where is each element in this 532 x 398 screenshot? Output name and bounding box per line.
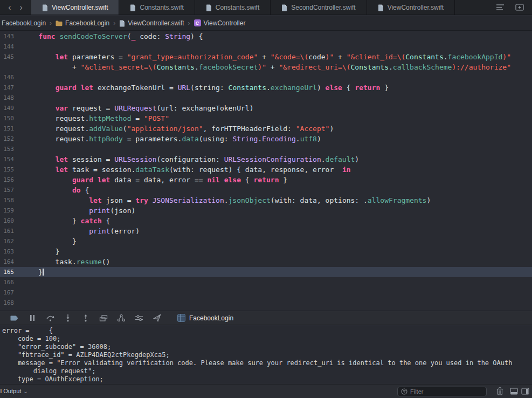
code-line-148[interactable]: 148: [0, 93, 532, 103]
add-editor-icon[interactable]: [515, 3, 524, 12]
code-line-155[interactable]: 155 let task = session.dataTask(with: re…: [0, 164, 532, 175]
process-jump-bar[interactable]: FacebookLogin: [177, 314, 233, 322]
breadcrumb-item-viewcontroller-swift[interactable]: ViewController.swift: [119, 19, 184, 27]
line-number: [0, 62, 17, 72]
process-name: FacebookLogin: [189, 314, 233, 322]
breadcrumb-item-facebooklogin[interactable]: FacebookLogin: [2, 19, 46, 27]
console-line: dialog request";: [2, 367, 532, 375]
editor-options-icon[interactable]: [495, 3, 505, 12]
toggle-console-view-icon[interactable]: [521, 388, 529, 395]
code-line-157[interactable]: 157 do {: [0, 185, 532, 195]
tab-strip: ViewController.swiftConstants.swiftConst…: [31, 0, 488, 15]
filter-input[interactable]: [410, 388, 483, 395]
code-line-149[interactable]: 149 var request = URLRequest(url: exchan…: [0, 103, 532, 113]
swift-file-icon: [119, 20, 125, 27]
code-text: guard let data = data, error == nil else…: [17, 175, 287, 185]
line-number: 151: [0, 123, 17, 134]
line-number: 162: [0, 236, 17, 246]
code-line-153[interactable]: 153: [0, 144, 532, 154]
code-text: [17, 93, 22, 103]
step-into-icon[interactable]: [63, 313, 73, 323]
code-area: 143 func sendCodeToServer(_ code: String…: [0, 31, 532, 308]
console-panel[interactable]: error = { code = 100; "error_subcode" = …: [0, 326, 532, 384]
line-number: 146: [0, 72, 17, 83]
code-line-158[interactable]: 158 let json = try JSONSerialization.jso…: [0, 195, 532, 205]
console-bottom-bar: All Output ⌄: [0, 384, 532, 398]
code-text: var request = URLRequest(url: exchangeTo…: [17, 103, 254, 113]
code-text: request.addValue("application/json", for…: [17, 123, 334, 134]
code-line-168[interactable]: 168: [0, 298, 532, 308]
swift-file-icon: [281, 4, 287, 11]
line-number: 168: [0, 298, 17, 308]
line-number: 150: [0, 113, 17, 123]
toggle-variables-view-icon[interactable]: [510, 388, 518, 395]
step-out-icon[interactable]: [81, 313, 91, 323]
simulate-location-icon[interactable]: [152, 313, 162, 323]
back-icon[interactable]: ‹: [8, 3, 11, 12]
step-over-icon[interactable]: [45, 313, 55, 323]
tab-3-constants-swift[interactable]: Constants.swift: [195, 0, 271, 15]
output-scope-selector[interactable]: All Output ⌄: [0, 388, 28, 394]
code-text: }: [17, 236, 77, 246]
debug-view-hierarchy-icon[interactable]: [99, 313, 108, 323]
chevron-down-icon: ⌄: [23, 388, 27, 394]
code-line-152[interactable]: 152 request.httpBody = parameters.data(u…: [0, 134, 532, 144]
debug-memory-graph-icon[interactable]: [116, 313, 126, 323]
console-line: "error_subcode" = 36008;: [2, 343, 532, 351]
console-line: message = "Error validating verification…: [2, 359, 532, 367]
code-line-145[interactable]: 145 let parameters = "grant_type=authori…: [0, 52, 532, 62]
code-line-144[interactable]: 144: [0, 42, 532, 52]
code-line-154[interactable]: 154 let session = URLSession(configurati…: [0, 154, 532, 164]
console-line: error = {: [2, 327, 532, 335]
tab-5-viewcontroller-swift[interactable]: ViewController.swift: [367, 0, 455, 15]
clear-console-icon[interactable]: [496, 387, 503, 395]
breadcrumb-item-facebooklogin[interactable]: FacebookLogin: [56, 19, 109, 27]
code-line-162[interactable]: 162 }: [0, 236, 532, 246]
code-text: [17, 42, 22, 52]
code-line-165[interactable]: 165 }: [0, 267, 532, 277]
code-line-150[interactable]: 150 request.httpMethod = "POST": [0, 113, 532, 123]
line-number: 167: [0, 287, 17, 298]
text-cursor: [43, 269, 44, 276]
pause-execution-icon[interactable]: [27, 313, 37, 323]
breadcrumb: FacebookLogin›FacebookLogin›ViewControll…: [0, 16, 532, 31]
breadcrumb-label: ViewController: [204, 19, 246, 27]
breakpoints-toggle-icon[interactable]: [10, 313, 19, 323]
code-line-163[interactable]: 163 }: [0, 246, 532, 257]
breadcrumb-items: FacebookLogin›FacebookLogin›ViewControll…: [2, 19, 245, 27]
code-line-151[interactable]: 151 request.addValue("application/json",…: [0, 123, 532, 134]
line-number: 149: [0, 103, 17, 113]
code-line-143[interactable]: 143 func sendCodeToServer(_ code: String…: [0, 31, 532, 42]
code-line-156[interactable]: 156 guard let data = data, error == nil …: [0, 175, 532, 185]
line-number: 160: [0, 216, 17, 226]
tab-1-viewcontroller-swift[interactable]: ViewController.swift: [31, 0, 119, 15]
history-nav: ‹ ›: [0, 0, 31, 15]
tab-label: Constants.swift: [140, 4, 183, 11]
code-text: [17, 298, 22, 308]
breadcrumb-item-viewcontroller[interactable]: CViewController: [194, 19, 246, 27]
code-line-164[interactable]: 164 task.resume(): [0, 257, 532, 267]
code-line-166[interactable]: 166: [0, 277, 532, 287]
code-line-161[interactable]: 161 print(error): [0, 226, 532, 236]
code-line-160[interactable]: 160 } catch {: [0, 216, 532, 226]
code-line-146[interactable]: 146: [0, 72, 532, 83]
tab-4-secondcontroller-swift[interactable]: SecondController.swift: [271, 0, 367, 15]
forward-icon[interactable]: ›: [20, 3, 23, 12]
code-editor[interactable]: 143 func sendCodeToServer(_ code: String…: [0, 31, 532, 311]
console-filter[interactable]: [397, 387, 487, 396]
code-text: }: [17, 267, 44, 277]
console-line: "fbtrace_id" = AZLP4DAEQ2ctPkegdepXca5;: [2, 351, 532, 359]
breadcrumb-separator-icon: ›: [188, 19, 190, 27]
code-text: print(error): [17, 226, 140, 236]
code-text: }: [17, 246, 59, 257]
code-line-147[interactable]: 147 guard let exchangeTokenUrl = URL(str…: [0, 83, 532, 93]
code-line-159[interactable]: 159 print(json): [0, 205, 532, 216]
line-number: 159: [0, 205, 17, 216]
line-number: 152: [0, 134, 17, 144]
code-line-167[interactable]: 167: [0, 287, 532, 298]
code-line-wrap[interactable]: + "&client_secret=\(Constants.facebookSe…: [0, 62, 532, 72]
line-number: 143: [0, 31, 17, 42]
environment-overrides-icon[interactable]: [134, 313, 144, 323]
tab-2-constants-swift[interactable]: Constants.swift: [119, 0, 195, 15]
tab-label: ViewController.swift: [52, 4, 108, 11]
